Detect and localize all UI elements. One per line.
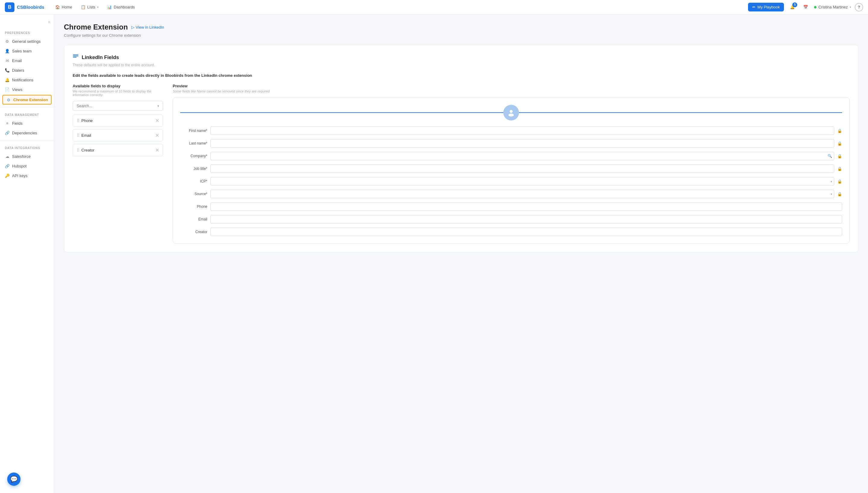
views-icon: 📄 [5, 87, 9, 92]
drag-handle-creator[interactable]: ⠿ [77, 148, 79, 153]
sidebar-item-label: Fields [12, 121, 23, 126]
lists-icon: 📋 [81, 5, 86, 9]
svg-point-4 [509, 113, 514, 116]
preview-source-row: Source* ▾ 🔒 [180, 190, 842, 198]
view-linkedin-link[interactable]: ▷ View in LinkedIn [131, 25, 164, 29]
company-input[interactable]: 🔍 [210, 152, 834, 160]
playbook-button[interactable]: ✏ My Playbook [748, 3, 784, 12]
first-name-label: First name* [180, 129, 207, 133]
sidebar-item-general-settings[interactable]: ⚙ General settings [0, 37, 54, 46]
nav-home-label: Home [62, 5, 73, 9]
email-icon: ✉ [5, 58, 9, 63]
available-fields-hint: We recommend a maximum of 10 fields to d… [73, 89, 163, 97]
preview-company-row: Company* 🔍 🔒 [180, 152, 842, 160]
preview-avatar-row [180, 105, 842, 121]
icp-lock-icon: 🔒 [837, 179, 842, 184]
nav-home[interactable]: 🏠 Home [51, 3, 76, 11]
svg-rect-1 [73, 56, 78, 56]
page-subtitle: Configure settings for our Chrome extens… [64, 33, 859, 38]
help-icon: ? [858, 5, 860, 9]
fields-search-input[interactable] [77, 104, 157, 108]
last-name-lock-icon: 🔒 [837, 141, 842, 146]
notifications-button[interactable]: 🔔 5 [787, 2, 797, 12]
search-chevron-icon: ▾ [157, 104, 159, 108]
linkedin-icon [73, 53, 79, 61]
available-fields-label: Available fields to display [73, 84, 163, 88]
sidebar-item-sales-team[interactable]: 👤 Sales team [0, 46, 54, 56]
fields-search-box[interactable]: ▾ [73, 101, 163, 111]
email-input[interactable] [210, 215, 842, 223]
card-title: LinkedIn Fields [82, 55, 119, 61]
top-navigation: B CSBloobirds 🏠 Home 📋 Lists ▾ 📊 Dashboa… [0, 0, 868, 15]
first-name-lock-icon: 🔒 [837, 129, 842, 133]
phone-label: Phone [180, 205, 207, 209]
job-title-lock-icon: 🔒 [837, 167, 842, 171]
nav-items: 🏠 Home 📋 Lists ▾ 📊 Dashboards [51, 3, 139, 11]
sidebar-item-label: Salesforce [12, 154, 30, 159]
source-lock-icon: 🔒 [837, 192, 842, 196]
chrome-icon: ⊙ [6, 97, 11, 102]
remove-phone-button[interactable]: ✕ [155, 118, 159, 124]
sidebar-item-notifications[interactable]: 🔔 Notifications [0, 75, 54, 85]
job-title-input[interactable] [210, 165, 834, 173]
remove-creator-button[interactable]: ✕ [155, 147, 159, 153]
sidebar-item-chrome-extension[interactable]: ⊙ Chrome Extension [2, 95, 51, 105]
home-icon: 🏠 [55, 5, 60, 9]
sidebar-item-api-keys[interactable]: 🔑 API keys [0, 171, 54, 180]
field-row-email: ⠿ Email ✕ [73, 129, 163, 142]
nav-dashboards-label: Dashboards [113, 5, 135, 9]
calendar-button[interactable]: 📅 [801, 2, 810, 12]
remove-email-button[interactable]: ✕ [155, 132, 159, 138]
preview-last-name-row: Last name* 🔒 [180, 139, 842, 148]
creator-label: Creator [180, 230, 207, 234]
source-chevron-icon: ▾ [831, 192, 832, 196]
svg-point-3 [510, 110, 513, 113]
app-name: CSBloobirds [17, 4, 44, 9]
icp-chevron-icon: ▾ [831, 180, 832, 183]
sidebar-item-salesforce[interactable]: ☁ Salesforce [0, 151, 54, 161]
last-name-input[interactable] [210, 139, 834, 148]
section-description: Edit the fields available to create lead… [73, 73, 850, 78]
card-header: LinkedIn Fields [73, 53, 850, 61]
help-button[interactable]: ? [855, 3, 863, 12]
drag-handle-phone[interactable]: ⠿ [77, 119, 79, 123]
main-content: Chrome Extension ▷ View in LinkedIn Conf… [54, 15, 868, 493]
field-name-email: Email [81, 133, 153, 137]
sidebar-item-dialers[interactable]: 📞 Dialers [0, 65, 54, 75]
dashboards-icon: 📊 [107, 5, 112, 9]
logo-icon: B [5, 2, 15, 12]
creator-input[interactable] [210, 228, 842, 236]
sidebar-item-fields[interactable]: ≡ Fields [0, 119, 54, 128]
lists-chevron-icon: ▾ [97, 5, 99, 9]
api-keys-icon: 🔑 [5, 173, 9, 178]
preview-first-name-row: First name* 🔒 [180, 127, 842, 135]
dialers-icon: 📞 [5, 68, 9, 72]
chat-icon: 💬 [10, 475, 18, 483]
drag-handle-email[interactable]: ⠿ [77, 133, 79, 138]
sidebar-item-label: Dependencies [12, 131, 37, 135]
data-management-section-label: DATA MANAGEMENT [0, 110, 54, 119]
sidebar: « PREFERENCES ⚙ General settings 👤 Sales… [0, 15, 54, 493]
sidebar-item-label: Views [12, 87, 22, 92]
nav-dashboards[interactable]: 📊 Dashboards [103, 3, 138, 11]
sidebar-item-email[interactable]: ✉ Email [0, 56, 54, 65]
phone-input[interactable] [210, 202, 842, 211]
app-logo[interactable]: B CSBloobirds [5, 2, 44, 12]
bell-icon: 🔔 [5, 78, 9, 82]
sidebar-item-dependencies[interactable]: 🔗 Dependencies [0, 128, 54, 137]
preview-phone-row: Phone [180, 202, 842, 211]
sidebar-item-hubspot[interactable]: 🔗 Hubspot [0, 161, 54, 171]
chat-widget-button[interactable]: 💬 [7, 473, 20, 486]
source-dropdown[interactable]: ▾ [210, 190, 834, 198]
avatar-line-right [519, 112, 842, 113]
icp-dropdown[interactable]: ▾ [210, 177, 834, 186]
fields-icon: ≡ [5, 121, 9, 126]
user-menu[interactable]: Cristina Martinez ▾ [814, 5, 851, 9]
user-status-dot [814, 6, 817, 8]
sidebar-collapse-button[interactable]: « [0, 19, 54, 28]
sidebar-divider-1 [0, 107, 54, 107]
company-lock-icon: 🔒 [837, 154, 842, 158]
first-name-input[interactable] [210, 127, 834, 135]
nav-lists[interactable]: 📋 Lists ▾ [77, 3, 102, 11]
sidebar-item-views[interactable]: 📄 Views [0, 85, 54, 94]
